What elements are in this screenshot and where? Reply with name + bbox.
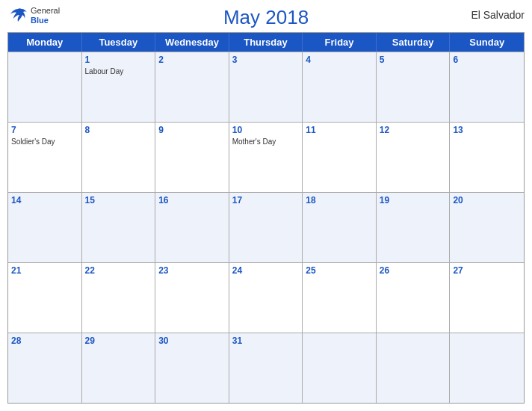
holiday-name: Mother's Day [232,137,300,146]
day-number: 2 [158,55,226,67]
day-cell: 3 [229,52,303,122]
day-cell: 5 [377,52,451,122]
day-number: 16 [158,195,226,207]
calendar-grid: MondayTuesdayWednesdayThursdayFridaySatu… [7,32,525,404]
day-cell: 15 [82,193,156,262]
day-number: 4 [306,55,373,67]
logo-area: General Blue [7,6,60,25]
day-cell: 28 [8,333,82,403]
day-number: 10 [232,125,300,137]
day-number: 1 [85,55,152,67]
day-number: 18 [306,195,373,207]
holiday-name: Labour Day [85,67,152,76]
day-cell: 17 [229,193,303,262]
day-cell: 11 [303,123,377,192]
day-number: 31 [232,336,300,347]
day-cell: 25 [303,263,377,333]
day-cell: 6 [450,52,524,122]
day-cell: 24 [229,263,303,333]
day-header-thursday: Thursday [229,33,303,52]
day-number: 9 [158,125,226,137]
day-cell: 8 [82,123,156,192]
day-number: 3 [232,55,300,67]
week-row-5: 28293031 [8,333,524,403]
week-row-2: 7Soldier's Day8910Mother's Day111213 [8,122,524,192]
day-number: 12 [380,125,447,137]
day-cell: 29 [82,333,156,403]
day-number: 6 [453,55,521,67]
logo-bird-icon [7,7,28,24]
country-label: El Salvador [471,9,525,21]
logo-text: General Blue [31,6,60,25]
day-number: 22 [85,265,152,277]
day-cell: 31 [229,333,303,403]
day-cell: 27 [450,263,524,333]
day-cell: 7Soldier's Day [8,123,82,192]
day-number: 8 [85,125,152,137]
day-cell [450,333,524,403]
day-cell: 12 [377,123,451,192]
day-cell: 22 [82,263,156,333]
day-cell: 14 [8,193,82,262]
day-cell: 26 [377,263,451,333]
day-number: 13 [453,125,521,137]
day-header-saturday: Saturday [377,33,451,52]
day-number: 30 [158,336,226,347]
day-number: 11 [306,125,373,137]
day-cell: 30 [155,333,229,403]
day-cell [377,333,451,403]
week-row-1: 1Labour Day23456 [8,52,524,122]
calendar-header: General Blue May 2018 El Salvador [7,6,525,29]
day-cell: 16 [155,193,229,262]
day-number: 17 [232,195,300,207]
day-header-tuesday: Tuesday [82,33,156,52]
day-number: 23 [158,265,226,277]
day-cell: 18 [303,193,377,262]
holiday-name: Soldier's Day [11,137,78,146]
day-number: 24 [232,265,300,277]
week-row-3: 14151617181920 [8,192,524,262]
day-number: 28 [11,336,78,347]
calendar-weeks: 1Labour Day234567Soldier's Day8910Mother… [8,52,524,403]
day-cell: 21 [8,263,82,333]
day-number: 5 [380,55,447,67]
day-number: 19 [380,195,447,207]
day-cell: 9 [155,123,229,192]
week-row-4: 21222324252627 [8,262,524,333]
day-cell: 20 [450,193,524,262]
day-cell: 4 [303,52,377,122]
day-header-monday: Monday [8,33,82,52]
day-headers: MondayTuesdayWednesdayThursdayFridaySatu… [8,33,524,52]
day-number: 7 [11,125,78,137]
day-header-friday: Friday [303,33,377,52]
calendar-container: General Blue May 2018 El Salvador Monday… [0,0,532,411]
day-cell [303,333,377,403]
day-cell: 2 [155,52,229,122]
day-header-wednesday: Wednesday [155,33,229,52]
day-header-sunday: Sunday [450,33,524,52]
day-cell: 23 [155,263,229,333]
calendar-title: May 2018 [223,6,309,29]
day-number: 25 [306,265,373,277]
day-cell: 10Mother's Day [229,123,303,192]
day-number: 21 [11,265,78,277]
day-number: 27 [453,265,521,277]
day-number: 14 [11,195,78,207]
day-number: 20 [453,195,521,207]
day-cell [8,52,82,122]
day-cell: 1Labour Day [82,52,156,122]
day-cell: 19 [377,193,451,262]
day-number: 26 [380,265,447,277]
day-number: 29 [85,336,152,347]
day-number: 15 [85,195,152,207]
day-cell: 13 [450,123,524,192]
